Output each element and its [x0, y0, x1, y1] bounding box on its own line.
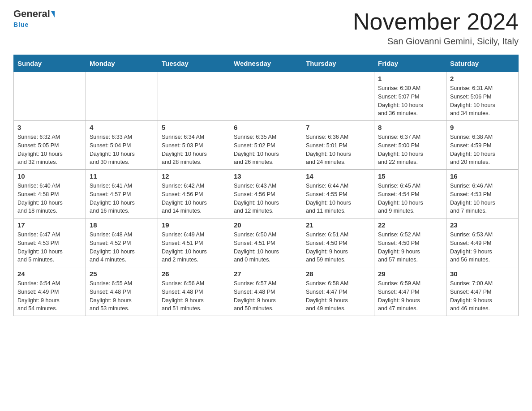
day-number: 25	[90, 270, 154, 278]
day-info: Sunrise: 6:34 AMSunset: 5:03 PMDaylight:…	[162, 133, 226, 167]
calendar-cell: 28Sunrise: 6:58 AMSunset: 4:47 PMDayligh…	[302, 267, 374, 316]
day-number: 30	[450, 270, 515, 278]
calendar-table: SundayMondayTuesdayWednesdayThursdayFrid…	[13, 55, 519, 316]
day-info: Sunrise: 6:36 AMSunset: 5:01 PMDaylight:…	[306, 133, 370, 167]
day-number: 21	[306, 221, 370, 229]
day-number: 11	[90, 172, 154, 180]
day-number: 22	[378, 221, 442, 229]
calendar-cell	[158, 72, 230, 121]
day-number: 8	[378, 124, 442, 131]
calendar-cell: 20Sunrise: 6:50 AMSunset: 4:51 PMDayligh…	[230, 218, 302, 267]
calendar-cell	[302, 72, 374, 121]
logo: General Blue	[13, 9, 55, 29]
calendar-cell: 2Sunrise: 6:31 AMSunset: 5:06 PMDaylight…	[446, 72, 519, 121]
day-number: 18	[90, 221, 154, 229]
week-row-3: 10Sunrise: 6:40 AMSunset: 4:58 PMDayligh…	[14, 170, 519, 218]
calendar-cell: 5Sunrise: 6:34 AMSunset: 5:03 PMDaylight…	[158, 121, 230, 170]
calendar-cell: 10Sunrise: 6:40 AMSunset: 4:58 PMDayligh…	[14, 170, 86, 218]
calendar-cell: 17Sunrise: 6:47 AMSunset: 4:53 PMDayligh…	[14, 218, 86, 267]
calendar-cell: 24Sunrise: 6:54 AMSunset: 4:49 PMDayligh…	[14, 267, 86, 316]
day-info: Sunrise: 7:00 AMSunset: 4:47 PMDaylight:…	[450, 279, 515, 313]
day-number: 20	[234, 221, 298, 229]
calendar-cell	[86, 72, 158, 121]
day-info: Sunrise: 6:46 AMSunset: 4:53 PMDaylight:…	[450, 182, 515, 215]
day-info: Sunrise: 6:54 AMSunset: 4:49 PMDaylight:…	[17, 279, 82, 313]
month-title: November 2024	[353, 9, 519, 34]
calendar-cell	[230, 72, 302, 121]
day-number: 26	[162, 270, 226, 278]
day-number: 28	[306, 270, 370, 278]
day-number: 4	[90, 124, 154, 131]
day-info: Sunrise: 6:49 AMSunset: 4:51 PMDaylight:…	[162, 231, 226, 264]
day-info: Sunrise: 6:32 AMSunset: 5:05 PMDaylight:…	[17, 133, 82, 167]
calendar-cell: 13Sunrise: 6:43 AMSunset: 4:56 PMDayligh…	[230, 170, 302, 218]
day-info: Sunrise: 6:31 AMSunset: 5:06 PMDaylight:…	[450, 84, 515, 118]
day-info: Sunrise: 6:57 AMSunset: 4:48 PMDaylight:…	[234, 279, 298, 313]
day-info: Sunrise: 6:45 AMSunset: 4:54 PMDaylight:…	[378, 182, 442, 215]
weekday-header-saturday: Saturday	[446, 55, 519, 72]
day-number: 29	[378, 270, 442, 278]
day-info: Sunrise: 6:48 AMSunset: 4:52 PMDaylight:…	[90, 231, 154, 264]
day-info: Sunrise: 6:41 AMSunset: 4:57 PMDaylight:…	[90, 182, 154, 215]
calendar-cell: 9Sunrise: 6:38 AMSunset: 4:59 PMDaylight…	[446, 121, 519, 170]
weekday-header-tuesday: Tuesday	[158, 55, 230, 72]
logo-triangle-icon	[51, 11, 55, 17]
day-number: 14	[306, 172, 370, 180]
calendar-cell: 12Sunrise: 6:42 AMSunset: 4:56 PMDayligh…	[158, 170, 230, 218]
day-info: Sunrise: 6:30 AMSunset: 5:07 PMDaylight:…	[378, 84, 442, 118]
calendar-cell: 27Sunrise: 6:57 AMSunset: 4:48 PMDayligh…	[230, 267, 302, 316]
day-number: 16	[450, 172, 515, 180]
day-info: Sunrise: 6:37 AMSunset: 5:00 PMDaylight:…	[378, 133, 442, 167]
day-info: Sunrise: 6:51 AMSunset: 4:50 PMDaylight:…	[306, 231, 370, 264]
day-info: Sunrise: 6:35 AMSunset: 5:02 PMDaylight:…	[234, 133, 298, 167]
day-number: 24	[17, 270, 82, 278]
day-info: Sunrise: 6:42 AMSunset: 4:56 PMDaylight:…	[162, 182, 226, 215]
calendar-cell: 6Sunrise: 6:35 AMSunset: 5:02 PMDaylight…	[230, 121, 302, 170]
calendar-cell: 19Sunrise: 6:49 AMSunset: 4:51 PMDayligh…	[158, 218, 230, 267]
title-area: November 2024 San Giovanni Gemini, Sicil…	[353, 9, 519, 47]
day-info: Sunrise: 6:53 AMSunset: 4:49 PMDaylight:…	[450, 231, 515, 264]
day-number: 2	[450, 75, 515, 82]
day-info: Sunrise: 6:47 AMSunset: 4:53 PMDaylight:…	[17, 231, 82, 264]
location-subtitle: San Giovanni Gemini, Sicily, Italy	[353, 36, 519, 47]
week-row-2: 3Sunrise: 6:32 AMSunset: 5:05 PMDaylight…	[14, 121, 519, 170]
day-number: 10	[17, 172, 82, 180]
day-info: Sunrise: 6:43 AMSunset: 4:56 PMDaylight:…	[234, 182, 298, 215]
weekday-header-sunday: Sunday	[14, 55, 86, 72]
calendar-cell: 14Sunrise: 6:44 AMSunset: 4:55 PMDayligh…	[302, 170, 374, 218]
day-info: Sunrise: 6:33 AMSunset: 5:04 PMDaylight:…	[90, 133, 154, 167]
day-info: Sunrise: 6:58 AMSunset: 4:47 PMDaylight:…	[306, 279, 370, 313]
page-header: General Blue November 2024 San Giovanni …	[13, 9, 519, 47]
day-info: Sunrise: 6:44 AMSunset: 4:55 PMDaylight:…	[306, 182, 370, 215]
week-row-1: 1Sunrise: 6:30 AMSunset: 5:07 PMDaylight…	[14, 72, 519, 121]
day-number: 6	[234, 124, 298, 131]
logo-text: General Blue	[13, 9, 55, 29]
day-number: 5	[162, 124, 226, 131]
calendar-cell: 18Sunrise: 6:48 AMSunset: 4:52 PMDayligh…	[86, 218, 158, 267]
day-info: Sunrise: 6:52 AMSunset: 4:50 PMDaylight:…	[378, 231, 442, 264]
day-number: 3	[17, 124, 82, 131]
calendar-cell: 4Sunrise: 6:33 AMSunset: 5:04 PMDaylight…	[86, 121, 158, 170]
calendar-cell: 22Sunrise: 6:52 AMSunset: 4:50 PMDayligh…	[374, 218, 446, 267]
calendar-cell: 16Sunrise: 6:46 AMSunset: 4:53 PMDayligh…	[446, 170, 519, 218]
day-info: Sunrise: 6:40 AMSunset: 4:58 PMDaylight:…	[17, 182, 82, 215]
weekday-header-row: SundayMondayTuesdayWednesdayThursdayFrid…	[14, 55, 519, 72]
calendar-cell: 26Sunrise: 6:56 AMSunset: 4:48 PMDayligh…	[158, 267, 230, 316]
calendar-cell: 7Sunrise: 6:36 AMSunset: 5:01 PMDaylight…	[302, 121, 374, 170]
day-info: Sunrise: 6:56 AMSunset: 4:48 PMDaylight:…	[162, 279, 226, 313]
day-number: 15	[378, 172, 442, 180]
calendar-cell: 11Sunrise: 6:41 AMSunset: 4:57 PMDayligh…	[86, 170, 158, 218]
week-row-4: 17Sunrise: 6:47 AMSunset: 4:53 PMDayligh…	[14, 218, 519, 267]
calendar-cell: 25Sunrise: 6:55 AMSunset: 4:48 PMDayligh…	[86, 267, 158, 316]
calendar-cell: 1Sunrise: 6:30 AMSunset: 5:07 PMDaylight…	[374, 72, 446, 121]
calendar-cell: 29Sunrise: 6:59 AMSunset: 4:47 PMDayligh…	[374, 267, 446, 316]
day-number: 17	[17, 221, 82, 229]
day-number: 13	[234, 172, 298, 180]
day-number: 1	[378, 75, 442, 82]
weekday-header-wednesday: Wednesday	[230, 55, 302, 72]
day-number: 23	[450, 221, 515, 229]
day-info: Sunrise: 6:55 AMSunset: 4:48 PMDaylight:…	[90, 279, 154, 313]
calendar-cell	[14, 72, 86, 121]
calendar-cell: 8Sunrise: 6:37 AMSunset: 5:00 PMDaylight…	[374, 121, 446, 170]
day-number: 9	[450, 124, 515, 131]
